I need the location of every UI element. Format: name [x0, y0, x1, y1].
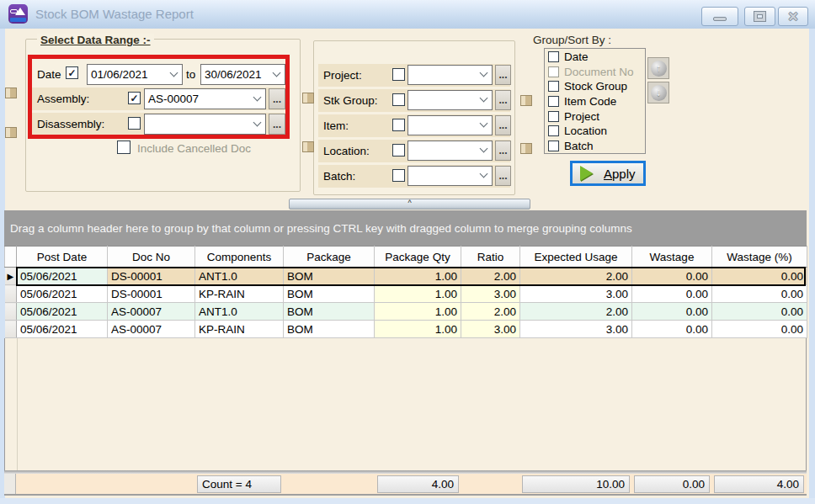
option-checkbox[interactable] — [548, 96, 559, 107]
close-icon: ✕ — [788, 9, 799, 24]
column-header-components[interactable]: Components — [195, 247, 284, 268]
table-row[interactable]: 05/06/2021 AS-00007 KP-RAIN BOM 1.00 3.0… — [5, 321, 807, 338]
column-header-wastage[interactable]: Wastage — [632, 247, 712, 268]
disassembly-browse-button[interactable]: ... — [269, 114, 285, 135]
select-data-range-legend: Select Data Range :- — [37, 34, 154, 46]
window-title: Stock BOM Wastage Report — [35, 0, 194, 29]
row-indicator — [5, 321, 17, 338]
drag-hint-text: Drag a column header here to group by th… — [10, 222, 632, 235]
item-browse-button[interactable]: ... — [495, 115, 511, 135]
chevron-down-icon — [273, 68, 281, 77]
disassembly-checkbox[interactable] — [128, 117, 141, 130]
option-checkbox[interactable] — [548, 111, 559, 122]
date-from-combo[interactable]: 01/06/2021 — [87, 64, 183, 85]
location-browse-button[interactable]: ... — [495, 141, 511, 161]
panel-splitter-grip[interactable] — [302, 93, 314, 103]
project-browse-button[interactable]: ... — [495, 65, 511, 85]
column-header-doc-no[interactable]: Doc No — [108, 247, 195, 268]
option-checkbox[interactable] — [548, 125, 559, 136]
stk-group-combo[interactable] — [408, 90, 493, 110]
panel-splitter-grip[interactable] — [302, 141, 314, 152]
batch-browse-button[interactable]: ... — [495, 166, 511, 186]
option-checkbox[interactable] — [548, 81, 559, 92]
column-chooser-button[interactable] — [5, 247, 17, 268]
move-up-button[interactable]: ↑ — [647, 57, 669, 79]
check-icon: ✓ — [67, 67, 76, 79]
titlebar[interactable]: Stock BOM Wastage Report ✕ — [0, 0, 815, 29]
batch-label: Batch: — [323, 170, 355, 183]
group-option-project[interactable]: Project — [545, 109, 645, 124]
column-header-post-date[interactable]: Post Date — [17, 247, 108, 268]
group-by-drop-zone[interactable]: Drag a column header here to group by th… — [4, 210, 807, 246]
grid-header-row: Post Date Doc No Components Package Pack… — [5, 247, 807, 268]
footer-wastage-total: 0.00 — [634, 475, 710, 493]
column-header-ratio[interactable]: Ratio — [461, 247, 520, 268]
item-combo[interactable] — [408, 115, 493, 135]
assembly-browse-button[interactable]: ... — [269, 88, 285, 109]
date-to-combo[interactable]: 30/06/2021 — [200, 64, 285, 85]
chevron-down-icon — [480, 170, 488, 178]
group-sort-title: Group/Sort By : — [533, 34, 611, 46]
table-row[interactable]: 05/06/2021 DS-00001 KP-RAIN BOM 1.00 3.0… — [5, 285, 807, 303]
assembly-combo[interactable]: AS-00007 — [144, 88, 266, 109]
minimize-icon — [713, 17, 727, 21]
group-option-batch[interactable]: Batch — [545, 139, 645, 154]
footer-package-qty-total: 4.00 — [377, 475, 459, 493]
chevron-down-icon — [170, 68, 178, 77]
app-window: Stock BOM Wastage Report ✕ Select Data R… — [0, 0, 815, 504]
project-combo[interactable] — [408, 65, 493, 85]
chevron-down-icon — [253, 118, 262, 126]
maximize-button[interactable] — [744, 7, 775, 26]
include-cancelled-checkbox[interactable] — [117, 141, 131, 154]
stk-group-label: Stk Group: — [323, 94, 378, 107]
collapse-splitter[interactable]: ^ — [289, 199, 530, 210]
group-option-location[interactable]: Location — [545, 124, 645, 139]
date-label: Date — [37, 68, 61, 81]
group-option-date[interactable]: Date — [545, 50, 645, 65]
to-label: to — [186, 68, 195, 81]
table-row[interactable]: 05/06/2021 AS-00007 ANT1.0 BOM 1.00 2.00… — [5, 303, 807, 321]
column-header-expected-usage[interactable]: Expected Usage — [520, 247, 632, 268]
current-row-marker-icon: ▶ — [7, 272, 13, 281]
batch-checkbox[interactable] — [392, 169, 405, 182]
grid-empty-area[interactable] — [4, 338, 807, 470]
close-button[interactable]: ✕ — [778, 7, 808, 26]
column-header-wastage-pct[interactable]: Wastage (%) — [712, 247, 807, 268]
date-to-value: 30/06/2021 — [205, 68, 262, 81]
panel-splitter-grip[interactable] — [5, 127, 17, 138]
footer-count: Count = 4 — [197, 475, 281, 493]
option-checkbox — [548, 66, 559, 77]
column-header-package[interactable]: Package — [284, 247, 375, 268]
move-down-button[interactable]: ↓ — [647, 82, 669, 103]
location-label: Location: — [323, 145, 370, 157]
date-checkbox[interactable]: ✓ — [66, 66, 78, 79]
location-combo[interactable] — [408, 141, 493, 161]
option-checkbox[interactable] — [548, 51, 559, 62]
apply-button[interactable]: Apply — [570, 161, 646, 186]
stk-group-checkbox[interactable] — [392, 93, 405, 106]
column-header-package-qty[interactable]: Package Qty — [375, 247, 461, 268]
assembly-value: AS-00007 — [148, 93, 199, 105]
group-option-stock-group[interactable]: Stock Group — [545, 79, 645, 94]
item-checkbox[interactable] — [392, 119, 405, 131]
down-arrow-icon: ↓ — [651, 85, 667, 101]
window-border-bottom — [0, 498, 815, 504]
panel-splitter-grip[interactable] — [520, 143, 532, 154]
panel-splitter-grip[interactable] — [5, 88, 17, 98]
minimize-button[interactable] — [701, 7, 738, 26]
assembly-label: Assembly: — [37, 93, 89, 105]
play-icon — [580, 166, 593, 181]
panel-splitter-grip[interactable] — [520, 95, 532, 106]
batch-combo[interactable] — [408, 166, 493, 186]
footer-expected-usage-total: 10.00 — [522, 475, 630, 493]
project-checkbox[interactable] — [392, 68, 405, 81]
include-cancelled-label: Include Cancelled Doc — [137, 142, 251, 155]
stk-group-browse-button[interactable]: ... — [495, 90, 511, 110]
option-checkbox[interactable] — [548, 141, 559, 151]
location-checkbox[interactable] — [392, 144, 405, 157]
table-row[interactable]: ▶ 05/06/2021 DS-00001 ANT1.0 BOM 1.00 2.… — [5, 268, 807, 285]
chevron-down-icon — [253, 93, 262, 101]
disassembly-combo[interactable] — [144, 114, 266, 135]
group-option-item-code[interactable]: Item Code — [545, 94, 645, 109]
assembly-checkbox[interactable]: ✓ — [128, 92, 141, 104]
